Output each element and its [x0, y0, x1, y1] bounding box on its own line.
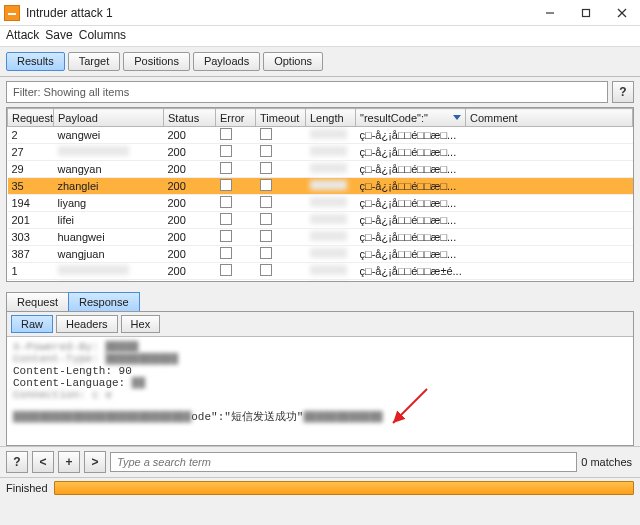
tab-payloads[interactable]: Payloads — [193, 52, 260, 71]
cell-error — [216, 212, 256, 229]
request-response-tabs: Request Response — [6, 292, 634, 311]
raw-result-line: ███████████████████████████ode":"短信发送成功"… — [13, 409, 627, 424]
cell-request: 201 — [8, 212, 54, 229]
cell-status: 200 — [164, 212, 216, 229]
cell-resultcode: ç□-å¿¡å□□é□□æ□... — [356, 229, 466, 246]
table-row[interactable]: 3200ç□-å¿¡å□□é□□æ±é... — [8, 280, 633, 283]
col-resultcode[interactable]: "resultCode":" — [356, 109, 466, 127]
status-label: Finished — [6, 482, 48, 494]
cell-resultcode: ç□-å¿¡å□□é□□æ□... — [356, 212, 466, 229]
cell-error — [216, 229, 256, 246]
tab-response[interactable]: Response — [68, 292, 140, 311]
response-subtabs: Raw Headers Hex — [7, 312, 633, 337]
cell-error — [216, 246, 256, 263]
cell-timeout — [256, 178, 306, 195]
cell-length — [306, 263, 356, 280]
cell-length — [306, 280, 356, 283]
cell-length — [306, 127, 356, 144]
cell-payload: lifei — [54, 212, 164, 229]
cell-error — [216, 127, 256, 144]
cell-payload: wangwei — [54, 127, 164, 144]
filter-input[interactable] — [6, 81, 608, 103]
col-error[interactable]: Error — [216, 109, 256, 127]
tab-request[interactable]: Request — [6, 292, 69, 311]
raw-line: Content-Length: 90 — [13, 365, 627, 377]
cell-comment — [466, 280, 633, 283]
tab-options[interactable]: Options — [263, 52, 323, 71]
titlebar: Intruder attack 1 — [0, 0, 640, 26]
cell-error — [216, 144, 256, 161]
cell-request: 27 — [8, 144, 54, 161]
table-row[interactable]: 194liyang200ç□-å¿¡å□□é□□æ□... — [8, 195, 633, 212]
filter-row: ? — [0, 77, 640, 107]
col-length[interactable]: Length — [306, 109, 356, 127]
tab-target[interactable]: Target — [68, 52, 121, 71]
sort-indicator-icon — [453, 115, 461, 120]
close-button[interactable] — [604, 0, 640, 26]
col-status[interactable]: Status — [164, 109, 216, 127]
cell-payload: liyang — [54, 195, 164, 212]
cell-timeout — [256, 280, 306, 283]
search-add-button[interactable]: + — [58, 451, 80, 473]
subtab-headers[interactable]: Headers — [56, 315, 118, 333]
filter-help-button[interactable]: ? — [612, 81, 634, 103]
cell-resultcode: ç□-å¿¡å□□é□□æ□... — [356, 246, 466, 263]
cell-length — [306, 229, 356, 246]
cell-error — [216, 195, 256, 212]
cell-comment — [466, 178, 633, 195]
search-matches: 0 matches — [581, 456, 634, 468]
table-row[interactable]: 29wangyan200ç□-å¿¡å□□é□□æ□... — [8, 161, 633, 178]
cell-status: 200 — [164, 161, 216, 178]
table-row[interactable]: 35zhanglei200ç□-å¿¡å□□é□□æ□... — [8, 178, 633, 195]
minimize-button[interactable] — [532, 0, 568, 26]
cell-length — [306, 195, 356, 212]
col-comment[interactable]: Comment — [466, 109, 633, 127]
cell-request: 1 — [8, 263, 54, 280]
tab-results[interactable]: Results — [6, 52, 65, 71]
app-icon — [4, 5, 20, 21]
cell-timeout — [256, 263, 306, 280]
tab-positions[interactable]: Positions — [123, 52, 190, 71]
cell-request: 387 — [8, 246, 54, 263]
raw-content[interactable]: X-Powered-By: █████ Content-Type: ██████… — [7, 337, 633, 445]
cell-comment — [466, 212, 633, 229]
table-row[interactable]: 2wangwei200ç□-å¿¡å□□é□□æ□... — [8, 127, 633, 144]
table-row[interactable]: 387wangjuan200ç□-å¿¡å□□é□□æ□... — [8, 246, 633, 263]
table-row[interactable]: 1200ç□-å¿¡å□□é□□æ±é... — [8, 263, 633, 280]
search-help-button[interactable]: ? — [6, 451, 28, 473]
cell-length — [306, 161, 356, 178]
maximize-button[interactable] — [568, 0, 604, 26]
svg-rect-1 — [583, 9, 590, 16]
menu-save[interactable]: Save — [45, 28, 72, 42]
raw-line: Content-Type: ███████████ — [13, 353, 627, 365]
cell-resultcode: ç□-å¿¡å□□é□□æ□... — [356, 144, 466, 161]
table-row[interactable]: 201lifei200ç□-å¿¡å□□é□□æ□... — [8, 212, 633, 229]
col-payload[interactable]: Payload — [54, 109, 164, 127]
search-input[interactable] — [110, 452, 577, 472]
window-title: Intruder attack 1 — [26, 6, 532, 20]
menu-columns[interactable]: Columns — [79, 28, 126, 42]
cell-comment — [466, 229, 633, 246]
results-table: Request Payload Status Error Timeout Len… — [6, 107, 634, 282]
annotation-arrow-icon — [389, 387, 429, 427]
col-timeout[interactable]: Timeout — [256, 109, 306, 127]
subtab-raw[interactable]: Raw — [11, 315, 53, 333]
table-row[interactable]: 27200ç□-å¿¡å□□é□□æ□... — [8, 144, 633, 161]
cell-payload: wangjuan — [54, 246, 164, 263]
cell-payload: wangyan — [54, 161, 164, 178]
cell-error — [216, 178, 256, 195]
cell-status: 200 — [164, 280, 216, 283]
cell-status: 200 — [164, 246, 216, 263]
search-next-button[interactable]: > — [84, 451, 106, 473]
cell-error — [216, 161, 256, 178]
table-row[interactable]: 303huangwei200ç□-å¿¡å□□é□□æ□... — [8, 229, 633, 246]
raw-line: Content-Language: — [13, 377, 132, 389]
cell-payload — [54, 280, 164, 283]
col-request[interactable]: Request — [8, 109, 54, 127]
status-bar: Finished — [0, 477, 640, 499]
cell-status: 200 — [164, 144, 216, 161]
search-prev-button[interactable]: < — [32, 451, 54, 473]
subtab-hex[interactable]: Hex — [121, 315, 161, 333]
menu-attack[interactable]: Attack — [6, 28, 39, 42]
cell-payload — [54, 144, 164, 161]
